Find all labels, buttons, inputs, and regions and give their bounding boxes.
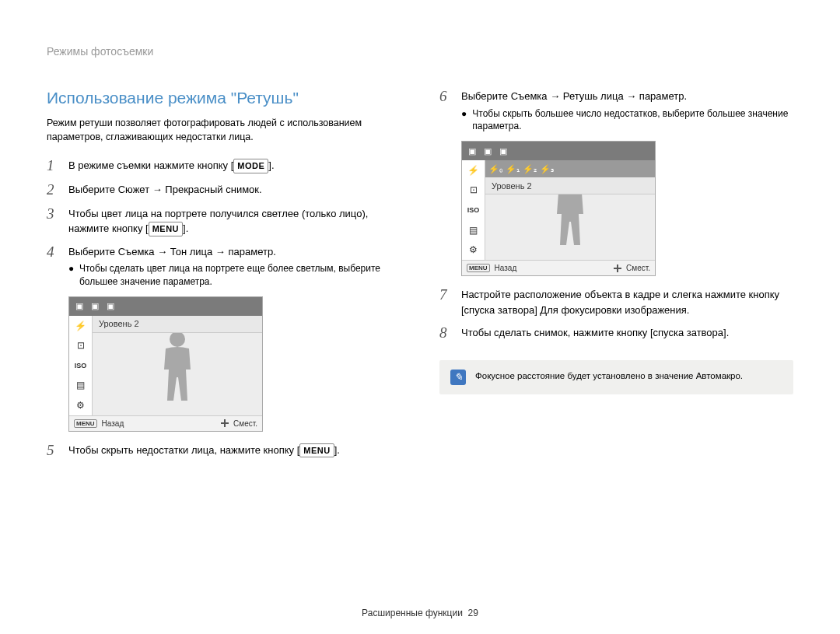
step-bullet: ● Чтобы скрыть большее число недостатков… xyxy=(461,107,793,134)
step-body: Чтобы сделать снимок, нажмите кнопку [сп… xyxy=(461,325,793,341)
page-footer: Расширенные функции 29 xyxy=(0,608,840,618)
step-body: Выберите Съемка → Ретушь лица → параметр… xyxy=(461,89,793,133)
intro-text: Режим ретуши позволяет фотографировать л… xyxy=(47,117,401,144)
step-6: 6 Выберите Съемка → Ретушь лица → параме… xyxy=(439,89,793,133)
move-label: Смест. xyxy=(626,264,650,272)
step-body: В режиме съемки нажмите кнопку [MODE]. xyxy=(68,158,401,173)
camera-topbar: ▣ ▣ ▣ xyxy=(69,297,262,316)
step-number: 7 xyxy=(439,287,450,303)
step-text: Выберите Съемка → Ретушь лица → параметр… xyxy=(461,89,793,104)
step-5: 5 Чтобы скрыть недостатки лица, нажмите … xyxy=(47,443,401,459)
camera-sidebar: ⚡ ⊡ ISO ▤ ⚙ xyxy=(462,160,485,260)
step-text: ]. xyxy=(183,222,188,234)
step-3: 3 Чтобы цвет лица на портрете получился … xyxy=(47,206,401,236)
level-option-icon: ⚡₀ xyxy=(488,164,502,174)
move-label: Смест. xyxy=(233,419,257,428)
step-number: 8 xyxy=(439,325,450,342)
bullet-icon: ● xyxy=(461,107,466,134)
step-body: Выберите Сюжет → Прекрасный снимок. xyxy=(68,182,401,198)
step-number: 2 xyxy=(47,182,58,198)
back-label: Назад xyxy=(102,419,124,428)
flash-off-icon: ⚙ xyxy=(69,395,92,415)
left-column: Использование режима "Ретушь" Режим рету… xyxy=(47,89,401,467)
section-title: Использование режима "Ретушь" xyxy=(47,89,401,107)
step-4: 4 Выберите Съемка → Тон лица → параметр.… xyxy=(47,244,401,289)
step-text: Чтобы цвет лица на портрете получился св… xyxy=(68,208,368,235)
flash-off-icon: ⚙ xyxy=(462,240,485,260)
dpad-icon xyxy=(221,419,229,427)
exposure-icon: ⚡ xyxy=(69,316,92,336)
step-8: 8 Чтобы сделать снимок, нажмите кнопку [… xyxy=(439,325,793,342)
focus-icon: ⊡ xyxy=(462,180,485,201)
camera-preview-1: ▣ ▣ ▣ ⚡ ⊡ ISO ▤ ⚙ Уровень 2 xyxy=(68,296,263,432)
camera-body: ⚡ ⊡ ISO ▤ ⚙ Уровень 2 xyxy=(69,316,262,415)
level-option-icon: ⚡₃ xyxy=(540,164,554,174)
step-text: В режиме съемки нажмите кнопку [ xyxy=(68,159,233,171)
info-icon: ✎ xyxy=(450,370,466,385)
step-body: Выберите Съемка → Тон лица → параметр. ●… xyxy=(68,244,401,289)
step-number: 3 xyxy=(47,206,58,222)
footer-label: Расширенные функции xyxy=(362,608,463,618)
camera-footer: MENU Назад Смест. xyxy=(69,415,262,431)
menu-badge: MENU xyxy=(149,222,183,236)
mode-icon: ▣ xyxy=(467,145,478,156)
dpad-icon xyxy=(614,264,621,272)
note-box: ✎ Фокусное расстояние будет установлено … xyxy=(439,360,793,394)
mode-icon: ▣ xyxy=(105,301,116,312)
step-2: 2 Выберите Сюжет → Прекрасный снимок. xyxy=(47,182,401,198)
level-option-icon: ⚡₁ xyxy=(506,164,520,174)
page: Режимы фотосъемки Использование режима "… xyxy=(0,0,840,498)
back-label: Назад xyxy=(495,264,517,272)
camera-main: ⚡₀ ⚡₁ ⚡₂ ⚡₃ Уровень 2 xyxy=(485,160,655,260)
camera-main: Уровень 2 xyxy=(93,316,262,415)
mode-icon: ▣ xyxy=(482,145,493,156)
level-indicator: Уровень 2 xyxy=(93,316,262,333)
menu-badge: MENU xyxy=(299,443,334,458)
mode-icon: ▣ xyxy=(498,145,509,156)
wb-icon: ▤ xyxy=(69,376,92,396)
bullet-icon: ● xyxy=(68,262,73,289)
exposure-icon: ⚡ xyxy=(462,160,485,180)
step-body: Чтобы цвет лица на портрете получился св… xyxy=(68,206,401,236)
iso-icon: ISO xyxy=(69,356,92,376)
step-7: 7 Настройте расположение объекта в кадре… xyxy=(439,287,793,317)
step-number: 5 xyxy=(47,443,58,459)
menu-badge-small: MENU xyxy=(467,264,490,272)
wb-icon: ▤ xyxy=(462,220,485,240)
camera-footer: MENU Назад Смест. xyxy=(462,260,655,275)
focus-icon: ⊡ xyxy=(69,335,92,356)
level-options-row: ⚡₀ ⚡₁ ⚡₂ ⚡₃ xyxy=(485,160,655,177)
step-body: Настройте расположение объекта в кадре и… xyxy=(461,287,793,317)
step-body: Чтобы скрыть недостатки лица, нажмите кн… xyxy=(68,443,401,458)
step-text: Выберите Съемка → Тон лица → параметр. xyxy=(68,244,401,260)
mode-badge: MODE xyxy=(233,159,268,173)
step-number: 1 xyxy=(47,158,58,174)
step-number: 4 xyxy=(47,244,58,261)
level-indicator: Уровень 2 xyxy=(485,177,655,194)
camera-topbar: ▣ ▣ ▣ xyxy=(462,142,655,160)
camera-body: ⚡ ⊡ ISO ▤ ⚙ ⚡₀ ⚡₁ ⚡₂ ⚡₃ Уровень 2 xyxy=(462,160,655,260)
right-column: 6 Выберите Съемка → Ретушь лица → параме… xyxy=(439,89,793,467)
menu-badge-small: MENU xyxy=(74,419,97,428)
step-number: 6 xyxy=(439,89,450,105)
mode-icon: ▣ xyxy=(74,301,85,312)
content-columns: Использование режима "Ретушь" Режим рету… xyxy=(47,89,793,467)
step-text: Чтобы скрыть недостатки лица, нажмите кн… xyxy=(68,444,299,456)
bullet-text: Чтобы скрыть большее число недостатков, … xyxy=(472,107,793,134)
camera-preview-2: ▣ ▣ ▣ ⚡ ⊡ ISO ▤ ⚙ ⚡₀ ⚡₁ xyxy=(461,141,656,276)
footer-page-number: 29 xyxy=(468,608,478,618)
level-option-icon: ⚡₂ xyxy=(523,164,537,174)
person-silhouette-icon xyxy=(150,327,205,405)
svg-point-0 xyxy=(170,331,185,347)
note-text: Фокусное расстояние будет установлено в … xyxy=(475,370,743,382)
mode-icon: ▣ xyxy=(89,301,100,312)
bullet-text: Чтобы сделать цвет лица на портрете еще … xyxy=(79,262,401,289)
camera-sidebar: ⚡ ⊡ ISO ▤ ⚙ xyxy=(69,316,93,415)
iso-icon: ISO xyxy=(462,200,485,220)
breadcrumb: Режимы фотосъемки xyxy=(47,45,793,58)
step-1: 1 В режиме съемки нажмите кнопку [MODE]. xyxy=(47,158,401,174)
step-text: ]. xyxy=(334,444,340,456)
step-bullet: ● Чтобы сделать цвет лица на портрете ещ… xyxy=(68,262,401,289)
step-text: ]. xyxy=(268,159,274,171)
